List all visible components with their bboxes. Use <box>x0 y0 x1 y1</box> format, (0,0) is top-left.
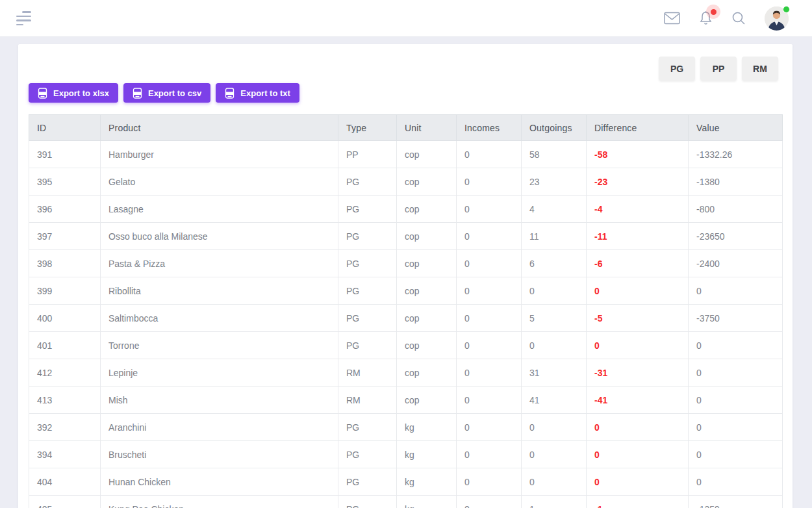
cell-incomes: 0 <box>457 168 522 196</box>
cell-value: 0 <box>689 468 783 496</box>
file-xlsx-icon <box>38 88 47 99</box>
cell-value: 0 <box>689 332 783 359</box>
export-csv-button[interactable]: Export to csv <box>123 83 210 103</box>
cell-type: PP <box>338 141 397 168</box>
cell-product: Hunan Chicken <box>101 468 338 496</box>
cell-type: RM <box>338 387 397 414</box>
column-header-type: Type <box>338 115 397 141</box>
column-header-id: ID <box>29 115 101 141</box>
cell-incomes: 0 <box>457 141 522 168</box>
cell-difference: 0 <box>587 332 689 359</box>
cell-incomes: 0 <box>457 441 522 468</box>
cell-type: PG <box>338 332 397 359</box>
cell-id: 398 <box>29 250 101 277</box>
cell-id: 405 <box>29 496 101 508</box>
cell-value: -23650 <box>689 223 783 250</box>
cell-type: PG <box>338 223 397 250</box>
cell-value: -800 <box>689 196 783 223</box>
cell-value: -1332.26 <box>689 141 783 168</box>
cell-difference: 0 <box>587 468 689 496</box>
hamburger-menu-icon[interactable] <box>16 11 31 25</box>
cell-outgoings: 6 <box>522 250 587 277</box>
table-header-row: ID Product Type Unit Incomes Outgoings D… <box>29 115 783 141</box>
content-card: PG PP RM Export to xlsx Expo <box>18 44 793 508</box>
cell-unit: cop <box>397 141 457 168</box>
cell-id: 392 <box>29 414 101 441</box>
cell-outgoings: 0 <box>522 332 587 359</box>
cell-incomes: 0 <box>457 277 522 305</box>
cell-value: -2400 <box>689 250 783 277</box>
table-row: 413MishRMcop041-410 <box>29 387 783 414</box>
column-header-outgoings: Outgoings <box>522 115 587 141</box>
cell-unit: kg <box>397 414 457 441</box>
table-row: 412LepinjeRMcop031-310 <box>29 359 783 387</box>
avatar[interactable] <box>765 6 789 31</box>
bell-icon[interactable] <box>699 10 713 26</box>
cell-type: PG <box>338 414 397 441</box>
table-row: 392AranchiniPGkg0000 <box>29 414 783 441</box>
cell-difference: -4 <box>587 196 689 223</box>
file-csv-icon <box>133 88 142 99</box>
cell-value: 0 <box>689 414 783 441</box>
table-row: 399RibollitaPGcop0000 <box>29 277 783 305</box>
cell-id: 401 <box>29 332 101 359</box>
cell-outgoings: 58 <box>522 141 587 168</box>
export-txt-button[interactable]: Export to txt <box>216 83 299 103</box>
table-row: 405Kung Pao ChickenPGkg01-1-1359 <box>29 496 783 508</box>
cell-product: Aranchini <box>101 414 338 441</box>
cell-id: 395 <box>29 168 101 196</box>
mail-icon[interactable] <box>664 12 680 25</box>
table-row: 395GelatoPGcop023-23-1380 <box>29 168 783 196</box>
file-txt-icon <box>225 88 235 99</box>
cell-product: Saltimbocca <box>101 305 338 332</box>
cell-id: 391 <box>29 141 101 168</box>
export-xlsx-label: Export to xlsx <box>53 88 109 98</box>
cell-id: 400 <box>29 305 101 332</box>
cell-outgoings: 41 <box>522 387 587 414</box>
cell-difference: -41 <box>587 387 689 414</box>
cell-unit: cop <box>397 305 457 332</box>
cell-id: 396 <box>29 196 101 223</box>
cell-difference: -1 <box>587 496 689 508</box>
cell-product: Bruscheti <box>101 441 338 468</box>
column-header-unit: Unit <box>397 115 457 141</box>
cell-unit: cop <box>397 387 457 414</box>
export-xlsx-button[interactable]: Export to xlsx <box>29 83 118 103</box>
type-filter-group: PG PP RM <box>29 57 782 81</box>
cell-id: 413 <box>29 387 101 414</box>
cell-incomes: 0 <box>457 359 522 387</box>
table-row: 396LasagnePGcop04-4-800 <box>29 196 783 223</box>
cell-id: 404 <box>29 468 101 496</box>
cell-product: Kung Pao Chicken <box>101 496 338 508</box>
cell-outgoings: 0 <box>522 414 587 441</box>
cell-value: -1359 <box>689 496 783 508</box>
cell-product: Lepinje <box>101 359 338 387</box>
filter-button-pg[interactable]: PG <box>659 57 695 81</box>
search-icon[interactable] <box>731 11 746 25</box>
cell-difference: 0 <box>587 414 689 441</box>
cell-outgoings: 0 <box>522 441 587 468</box>
cell-difference: -11 <box>587 223 689 250</box>
table-row: 391HamburgerPPcop058-58-1332.26 <box>29 141 783 168</box>
cell-product: Gelato <box>101 168 338 196</box>
cell-id: 412 <box>29 359 101 387</box>
cell-unit: kg <box>397 496 457 508</box>
cell-incomes: 0 <box>457 196 522 223</box>
cell-outgoings: 11 <box>522 223 587 250</box>
cell-id: 397 <box>29 223 101 250</box>
cell-value: 0 <box>689 387 783 414</box>
products-table: ID Product Type Unit Incomes Outgoings D… <box>29 114 783 508</box>
cell-incomes: 0 <box>457 414 522 441</box>
cell-outgoings: 23 <box>522 168 587 196</box>
export-csv-label: Export to csv <box>148 88 201 98</box>
column-header-difference: Difference <box>587 115 689 141</box>
cell-incomes: 0 <box>457 250 522 277</box>
filter-button-pp[interactable]: PP <box>700 57 737 81</box>
table-row: 401TorronePGcop0000 <box>29 332 783 359</box>
cell-difference: -31 <box>587 359 689 387</box>
column-header-product: Product <box>101 115 338 141</box>
cell-value: 0 <box>689 441 783 468</box>
cell-outgoings: 31 <box>522 359 587 387</box>
cell-value: -1380 <box>689 168 783 196</box>
filter-button-rm[interactable]: RM <box>742 57 778 81</box>
